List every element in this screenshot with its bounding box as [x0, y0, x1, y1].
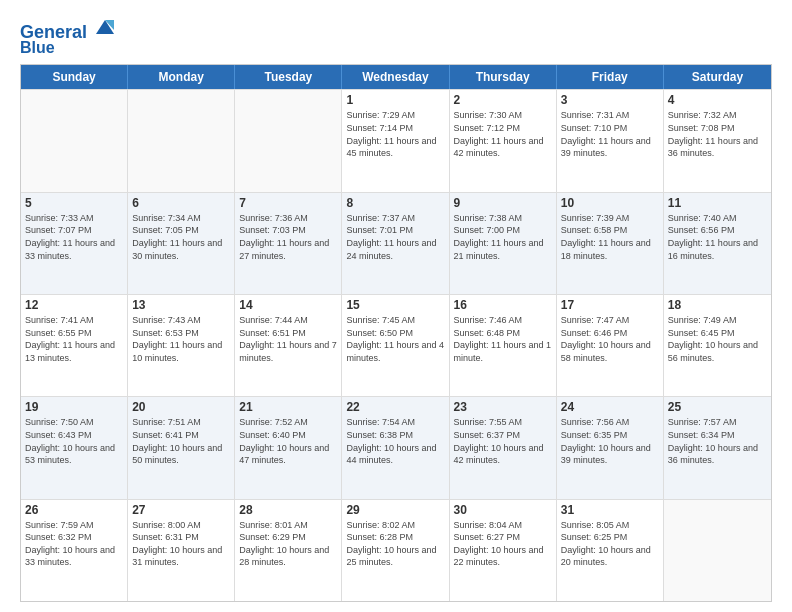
- weekday-header-wednesday: Wednesday: [342, 65, 449, 89]
- cell-sun-info: Sunrise: 7:36 AMSunset: 7:03 PMDaylight:…: [239, 212, 337, 262]
- day-cell-22: 22Sunrise: 7:54 AMSunset: 6:38 PMDayligh…: [342, 397, 449, 498]
- calendar-row-4: 26Sunrise: 7:59 AMSunset: 6:32 PMDayligh…: [21, 499, 771, 601]
- day-number: 7: [239, 196, 337, 210]
- day-number: 8: [346, 196, 444, 210]
- day-cell-11: 11Sunrise: 7:40 AMSunset: 6:56 PMDayligh…: [664, 193, 771, 294]
- cell-sun-info: Sunrise: 7:59 AMSunset: 6:32 PMDaylight:…: [25, 519, 123, 569]
- day-cell-25: 25Sunrise: 7:57 AMSunset: 6:34 PMDayligh…: [664, 397, 771, 498]
- day-cell-23: 23Sunrise: 7:55 AMSunset: 6:37 PMDayligh…: [450, 397, 557, 498]
- day-number: 24: [561, 400, 659, 414]
- day-number: 3: [561, 93, 659, 107]
- day-number: 13: [132, 298, 230, 312]
- calendar: SundayMondayTuesdayWednesdayThursdayFrid…: [20, 64, 772, 602]
- cell-sun-info: Sunrise: 8:05 AMSunset: 6:25 PMDaylight:…: [561, 519, 659, 569]
- cell-sun-info: Sunrise: 7:51 AMSunset: 6:41 PMDaylight:…: [132, 416, 230, 466]
- header: General Blue: [20, 16, 772, 56]
- day-number: 4: [668, 93, 767, 107]
- day-cell-3: 3Sunrise: 7:31 AMSunset: 7:10 PMDaylight…: [557, 90, 664, 191]
- weekday-header-sunday: Sunday: [21, 65, 128, 89]
- day-cell-5: 5Sunrise: 7:33 AMSunset: 7:07 PMDaylight…: [21, 193, 128, 294]
- weekday-header-friday: Friday: [557, 65, 664, 89]
- day-cell-20: 20Sunrise: 7:51 AMSunset: 6:41 PMDayligh…: [128, 397, 235, 498]
- day-cell-6: 6Sunrise: 7:34 AMSunset: 7:05 PMDaylight…: [128, 193, 235, 294]
- calendar-header: SundayMondayTuesdayWednesdayThursdayFrid…: [21, 65, 771, 89]
- calendar-body: 1Sunrise: 7:29 AMSunset: 7:14 PMDaylight…: [21, 89, 771, 601]
- cell-sun-info: Sunrise: 8:02 AMSunset: 6:28 PMDaylight:…: [346, 519, 444, 569]
- empty-cell: [235, 90, 342, 191]
- day-cell-29: 29Sunrise: 8:02 AMSunset: 6:28 PMDayligh…: [342, 500, 449, 601]
- day-cell-31: 31Sunrise: 8:05 AMSunset: 6:25 PMDayligh…: [557, 500, 664, 601]
- cell-sun-info: Sunrise: 7:49 AMSunset: 6:45 PMDaylight:…: [668, 314, 767, 364]
- day-number: 21: [239, 400, 337, 414]
- cell-sun-info: Sunrise: 8:04 AMSunset: 6:27 PMDaylight:…: [454, 519, 552, 569]
- day-cell-17: 17Sunrise: 7:47 AMSunset: 6:46 PMDayligh…: [557, 295, 664, 396]
- cell-sun-info: Sunrise: 7:56 AMSunset: 6:35 PMDaylight:…: [561, 416, 659, 466]
- day-cell-4: 4Sunrise: 7:32 AMSunset: 7:08 PMDaylight…: [664, 90, 771, 191]
- day-cell-12: 12Sunrise: 7:41 AMSunset: 6:55 PMDayligh…: [21, 295, 128, 396]
- day-number: 10: [561, 196, 659, 210]
- cell-sun-info: Sunrise: 7:33 AMSunset: 7:07 PMDaylight:…: [25, 212, 123, 262]
- day-cell-15: 15Sunrise: 7:45 AMSunset: 6:50 PMDayligh…: [342, 295, 449, 396]
- calendar-row-1: 5Sunrise: 7:33 AMSunset: 7:07 PMDaylight…: [21, 192, 771, 294]
- cell-sun-info: Sunrise: 7:40 AMSunset: 6:56 PMDaylight:…: [668, 212, 767, 262]
- day-number: 28: [239, 503, 337, 517]
- day-number: 23: [454, 400, 552, 414]
- cell-sun-info: Sunrise: 7:46 AMSunset: 6:48 PMDaylight:…: [454, 314, 552, 364]
- day-cell-14: 14Sunrise: 7:44 AMSunset: 6:51 PMDayligh…: [235, 295, 342, 396]
- weekday-header-saturday: Saturday: [664, 65, 771, 89]
- day-cell-21: 21Sunrise: 7:52 AMSunset: 6:40 PMDayligh…: [235, 397, 342, 498]
- day-cell-2: 2Sunrise: 7:30 AMSunset: 7:12 PMDaylight…: [450, 90, 557, 191]
- day-number: 9: [454, 196, 552, 210]
- cell-sun-info: Sunrise: 7:44 AMSunset: 6:51 PMDaylight:…: [239, 314, 337, 364]
- empty-cell: [128, 90, 235, 191]
- day-number: 29: [346, 503, 444, 517]
- day-cell-7: 7Sunrise: 7:36 AMSunset: 7:03 PMDaylight…: [235, 193, 342, 294]
- cell-sun-info: Sunrise: 7:50 AMSunset: 6:43 PMDaylight:…: [25, 416, 123, 466]
- day-number: 25: [668, 400, 767, 414]
- day-number: 1: [346, 93, 444, 107]
- day-number: 27: [132, 503, 230, 517]
- cell-sun-info: Sunrise: 7:32 AMSunset: 7:08 PMDaylight:…: [668, 109, 767, 159]
- cell-sun-info: Sunrise: 7:30 AMSunset: 7:12 PMDaylight:…: [454, 109, 552, 159]
- weekday-header-thursday: Thursday: [450, 65, 557, 89]
- day-number: 5: [25, 196, 123, 210]
- page: General Blue SundayMondayTuesdayWednesda…: [0, 0, 792, 612]
- day-number: 11: [668, 196, 767, 210]
- day-number: 12: [25, 298, 123, 312]
- weekday-header-tuesday: Tuesday: [235, 65, 342, 89]
- cell-sun-info: Sunrise: 7:31 AMSunset: 7:10 PMDaylight:…: [561, 109, 659, 159]
- day-cell-9: 9Sunrise: 7:38 AMSunset: 7:00 PMDaylight…: [450, 193, 557, 294]
- day-number: 6: [132, 196, 230, 210]
- day-number: 18: [668, 298, 767, 312]
- cell-sun-info: Sunrise: 7:55 AMSunset: 6:37 PMDaylight:…: [454, 416, 552, 466]
- day-cell-16: 16Sunrise: 7:46 AMSunset: 6:48 PMDayligh…: [450, 295, 557, 396]
- day-cell-24: 24Sunrise: 7:56 AMSunset: 6:35 PMDayligh…: [557, 397, 664, 498]
- day-number: 15: [346, 298, 444, 312]
- day-number: 30: [454, 503, 552, 517]
- day-cell-18: 18Sunrise: 7:49 AMSunset: 6:45 PMDayligh…: [664, 295, 771, 396]
- cell-sun-info: Sunrise: 7:57 AMSunset: 6:34 PMDaylight:…: [668, 416, 767, 466]
- day-cell-26: 26Sunrise: 7:59 AMSunset: 6:32 PMDayligh…: [21, 500, 128, 601]
- day-number: 26: [25, 503, 123, 517]
- cell-sun-info: Sunrise: 8:01 AMSunset: 6:29 PMDaylight:…: [239, 519, 337, 569]
- day-number: 31: [561, 503, 659, 517]
- weekday-header-monday: Monday: [128, 65, 235, 89]
- cell-sun-info: Sunrise: 7:43 AMSunset: 6:53 PMDaylight:…: [132, 314, 230, 364]
- day-number: 17: [561, 298, 659, 312]
- calendar-row-0: 1Sunrise: 7:29 AMSunset: 7:14 PMDaylight…: [21, 89, 771, 191]
- day-cell-27: 27Sunrise: 8:00 AMSunset: 6:31 PMDayligh…: [128, 500, 235, 601]
- day-cell-10: 10Sunrise: 7:39 AMSunset: 6:58 PMDayligh…: [557, 193, 664, 294]
- cell-sun-info: Sunrise: 7:54 AMSunset: 6:38 PMDaylight:…: [346, 416, 444, 466]
- cell-sun-info: Sunrise: 7:37 AMSunset: 7:01 PMDaylight:…: [346, 212, 444, 262]
- empty-cell: [21, 90, 128, 191]
- cell-sun-info: Sunrise: 7:38 AMSunset: 7:00 PMDaylight:…: [454, 212, 552, 262]
- cell-sun-info: Sunrise: 7:45 AMSunset: 6:50 PMDaylight:…: [346, 314, 444, 364]
- day-number: 22: [346, 400, 444, 414]
- day-cell-1: 1Sunrise: 7:29 AMSunset: 7:14 PMDaylight…: [342, 90, 449, 191]
- calendar-row-3: 19Sunrise: 7:50 AMSunset: 6:43 PMDayligh…: [21, 396, 771, 498]
- day-number: 19: [25, 400, 123, 414]
- day-number: 14: [239, 298, 337, 312]
- logo-icon: [94, 16, 116, 38]
- day-cell-19: 19Sunrise: 7:50 AMSunset: 6:43 PMDayligh…: [21, 397, 128, 498]
- day-number: 20: [132, 400, 230, 414]
